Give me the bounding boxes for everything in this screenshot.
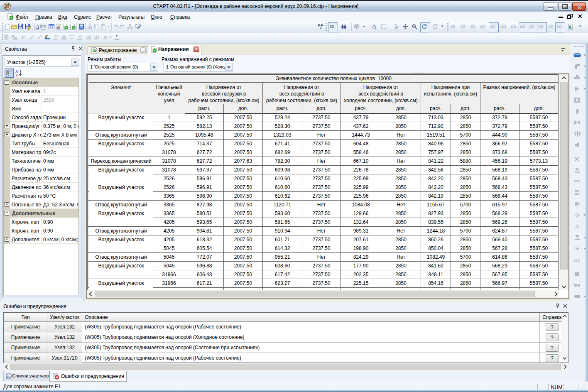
svg-text:Z: Z [15,73,18,77]
svg-text:M: M [574,258,577,262]
svg-text:?: ? [574,247,576,251]
svg-text:3D: 3D [329,24,334,29]
svg-text:?: ? [56,35,58,38]
svg-text:?: ? [71,34,72,37]
svg-text:?: ? [139,24,141,29]
